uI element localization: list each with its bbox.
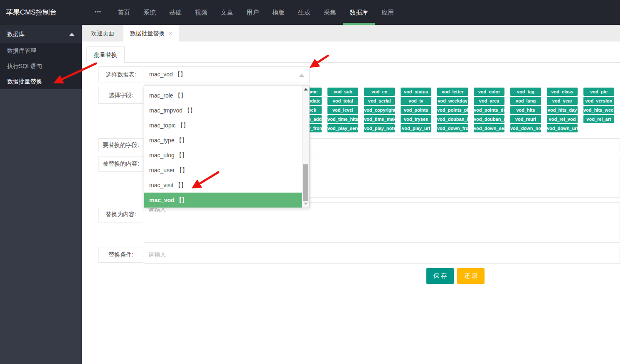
field-tag-button[interactable]: vod_year <box>547 97 578 105</box>
field-tag-button[interactable]: vod_en <box>364 88 395 96</box>
scrollbar-thumb[interactable] <box>303 164 308 201</box>
field-tag-button[interactable]: vod_pic <box>583 88 614 96</box>
dropdown-option[interactable]: mac_visit 【】 <box>144 178 303 193</box>
sidebar-section-label: 数据库 <box>7 31 25 37</box>
field-tag-button[interactable]: vod_color <box>474 88 504 96</box>
field-tag-button[interactable]: vod_reurl <box>510 115 541 123</box>
dropdown-option[interactable]: mac_user 【】 <box>144 163 303 178</box>
field-tag-button[interactable]: vod_version <box>583 97 614 105</box>
inner-tab-batch-replace[interactable]: 批量替换 <box>86 46 125 63</box>
brand-title: 苹果CMS控制台 <box>6 0 57 25</box>
dropdown-option[interactable]: mac_tmpvod 【】 <box>144 103 303 118</box>
field-tag-button[interactable]: vod_down_url <box>547 124 578 132</box>
field-tag-button[interactable]: vod_copyright <box>364 106 395 114</box>
field-tag-button[interactable]: vod_down_from <box>437 124 468 132</box>
field-tag-button[interactable]: vod_rel_art <box>583 115 614 123</box>
field-tag-button[interactable]: vod_level <box>327 106 358 114</box>
field-tag-row: vod_time_addvod_time_hitsvod_time_makevo… <box>291 115 614 123</box>
field-tag-button[interactable]: vod_down_note <box>510 124 541 132</box>
label-select-field: 选择字段: <box>98 87 143 104</box>
label-replace-field: 要替换的字段: <box>98 138 143 152</box>
sidebar-section-database[interactable]: 数据库 <box>0 25 82 43</box>
field-tag-row: vod_pubdatevod_totalvod_serialvod_tvvod_… <box>291 97 614 105</box>
scroll-down-icon[interactable] <box>304 203 308 205</box>
nav-item[interactable]: 用户 <box>240 0 266 25</box>
field-tag-button[interactable]: vod_down_server <box>474 124 504 132</box>
field-tag-button[interactable]: vod_play_note <box>364 124 395 132</box>
replace-to-textarea[interactable] <box>144 202 620 243</box>
app-window: 苹果CMS控制台 ••• 首页系统基础视频文章用户模版生成采集数据库应用 数据库… <box>0 0 620 364</box>
field-tag-button[interactable]: vod_weekday <box>437 97 468 105</box>
field-tag-button[interactable]: vod_lang <box>510 97 541 105</box>
field-tag-button[interactable]: vod_hits_week <box>583 106 614 114</box>
dropdown-scrollbar[interactable] <box>302 86 309 208</box>
field-tag-button[interactable]: vod_points <box>401 106 431 114</box>
field-tag-button[interactable]: vod_tv <box>401 97 431 105</box>
field-tag-button[interactable]: vod_douban_id <box>437 115 468 123</box>
field-tag-button[interactable]: vod_time_make <box>364 115 395 123</box>
dropdown-option[interactable]: mac_vod 【】 <box>144 193 303 208</box>
dropdown-option[interactable]: mac_topic 【】 <box>144 118 303 133</box>
field-tag-button[interactable]: vod_time_hits <box>327 115 358 123</box>
tab-welcome[interactable]: 欢迎页面 <box>82 25 123 42</box>
field-tag-button[interactable]: vod_serial <box>364 97 395 105</box>
sidebar-item[interactable]: 数据库管理 <box>0 43 82 59</box>
field-tag-button[interactable]: vod_letter <box>437 88 468 96</box>
tab-batch-replace[interactable]: 数据批量替换 × <box>123 25 179 42</box>
field-tag-button[interactable]: vod_sub <box>327 88 358 96</box>
table-select-value: mac_vod 【】 <box>149 71 186 78</box>
nav-item[interactable]: 系统 <box>137 0 162 25</box>
field-tag-button[interactable]: vod_class <box>547 88 578 96</box>
top-navbar: 苹果CMS控制台 ••• 首页系统基础视频文章用户模版生成采集数据库应用 <box>0 0 620 25</box>
label-replace-condition: 替换条件: <box>98 247 143 263</box>
nav-item[interactable]: 模版 <box>266 0 291 25</box>
field-tag-button[interactable]: vod_rel_vod <box>547 115 578 123</box>
dropdown-option[interactable]: mac_ulog 【】 <box>144 148 303 163</box>
label-replaced-content: 被替换的内容: <box>98 156 143 172</box>
condition-input[interactable] <box>144 245 620 264</box>
field-tag-button[interactable]: vod_total <box>327 97 358 105</box>
nav-item[interactable]: 视频 <box>188 0 214 25</box>
close-icon[interactable]: × <box>169 30 172 37</box>
field-tag-button[interactable]: vod_hits_day <box>547 106 578 114</box>
field-tag-button[interactable]: vod_play_url <box>401 124 431 132</box>
nav-item[interactable]: 应用 <box>375 0 401 25</box>
nav-item[interactable]: 采集 <box>317 0 343 25</box>
table-dropdown-panel: mac_role 【】mac_tmpvod 【】mac_topic 【】mac_… <box>144 85 310 208</box>
field-tag-button[interactable]: vod_points_down <box>474 106 504 114</box>
table-select[interactable]: mac_vod 【】 <box>144 66 310 83</box>
sidebar-items: 数据库管理执行SQL语句数据批量替换 <box>0 43 82 89</box>
dropdown-options: mac_role 【】mac_tmpvod 【】mac_topic 【】mac_… <box>144 88 303 208</box>
tab-label: 数据批量替换 <box>130 25 165 42</box>
field-tag-button[interactable]: vod_tag <box>510 88 541 96</box>
nav-item[interactable]: 文章 <box>214 0 240 25</box>
field-tag-row: vod_lockvod_levelvod_copyrightvod_points… <box>291 106 614 114</box>
field-tag-button[interactable]: vod_douban_score <box>474 115 504 123</box>
field-tag-row: vod_namevod_subvod_envod_statusvod_lette… <box>291 88 614 96</box>
field-tag-button[interactable]: vod_status <box>401 88 431 96</box>
nav-item[interactable]: 生成 <box>291 0 317 25</box>
caret-up-icon <box>299 74 304 77</box>
nav-item[interactable]: 首页 <box>111 0 137 25</box>
nav-item[interactable]: 数据库 <box>343 0 375 25</box>
field-tag-row: vod_play_fromvod_play_servervod_play_not… <box>291 124 614 132</box>
scroll-up-icon[interactable] <box>304 88 308 90</box>
field-tag-button[interactable]: vod_trysee <box>401 115 431 123</box>
chevron-up-icon <box>69 33 74 36</box>
field-tag-grid: vod_namevod_subvod_envod_statusvod_lette… <box>291 88 614 133</box>
more-icon[interactable]: ••• <box>95 0 101 24</box>
field-tag-button[interactable]: vod_area <box>474 97 504 105</box>
sidebar-item[interactable]: 数据批量替换 <box>0 74 82 89</box>
sidebar-item[interactable]: 执行SQL语句 <box>0 59 82 74</box>
navbar-menu: 首页系统基础视频文章用户模版生成采集数据库应用 <box>111 0 401 25</box>
field-tag-button[interactable]: vod_hits <box>510 106 541 114</box>
dropdown-option[interactable]: mac_role 【】 <box>144 88 303 103</box>
dropdown-option[interactable]: mac_type 【】 <box>144 133 303 148</box>
field-tag-button[interactable]: vod_play_server <box>327 124 358 132</box>
nav-item[interactable]: 基础 <box>162 0 188 25</box>
sidebar: 数据库 数据库管理执行SQL语句数据批量替换 <box>0 25 82 364</box>
restore-button[interactable]: 还 原 <box>457 268 485 284</box>
save-button[interactable]: 保 存 <box>426 268 454 284</box>
label-replace-to-content: 替换为内容: <box>98 207 143 222</box>
field-tag-button[interactable]: vod_points_play <box>437 106 468 114</box>
